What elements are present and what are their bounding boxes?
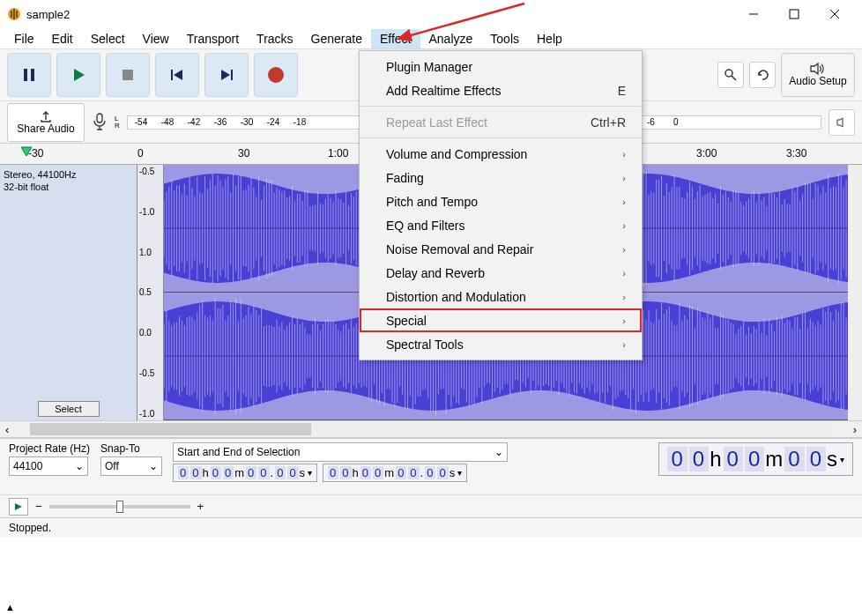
menu-tools[interactable]: Tools (481, 29, 528, 48)
selection-start-time[interactable]: 00h00m00.00s▾ (173, 464, 317, 482)
menu-item-pitch-and-tempo[interactable]: Pitch and Tempo› (360, 189, 642, 213)
effect-menu-dropdown: Plugin ManagerAdd Realtime EffectsERepea… (359, 50, 643, 360)
snap-to-label: Snap-To (100, 442, 162, 455)
lr-label: LR (115, 115, 120, 130)
menu-item-volume-and-compression[interactable]: Volume and Compression› (360, 142, 642, 166)
undo-icon[interactable] (749, 62, 776, 88)
menu-file[interactable]: File (5, 29, 43, 48)
selection-mode-value: Start and End of Selection (177, 446, 300, 458)
selection-end-time[interactable]: 00h00m00.00s▾ (323, 464, 467, 482)
speaker-icon (809, 63, 827, 75)
svg-rect-13 (97, 114, 102, 122)
minimize-button[interactable] (733, 1, 774, 27)
speed-plus-label: + (197, 500, 204, 513)
menu-item-spectral-tools[interactable]: Spectral Tools› (360, 332, 642, 356)
scroll-left-icon[interactable]: ‹ (0, 423, 14, 436)
horizontal-scrollbar[interactable] (30, 423, 831, 435)
chevron-down-icon: ⌄ (149, 460, 158, 472)
menu-item-delay-and-reverb[interactable]: Delay and Reverb› (360, 261, 642, 285)
share-audio-label: Share Audio (17, 122, 74, 135)
vertical-scale: -0.5-1.01.00.50.0-0.5-1.0 (137, 165, 164, 420)
menu-item-eq-and-filters[interactable]: EQ and Filters› (360, 213, 642, 237)
snap-to-value: Off (105, 460, 119, 472)
svg-rect-10 (231, 70, 233, 80)
track-info-line2: 32-bit float (4, 181, 133, 193)
audio-position-time[interactable]: 00h00m00s▾ (658, 442, 853, 476)
menu-tracks[interactable]: Tracks (248, 29, 301, 48)
menu-item-noise-removal-and-repair[interactable]: Noise Removal and Repair› (360, 237, 642, 261)
play-at-speed-button[interactable] (9, 498, 28, 516)
menu-item-plugin-manager[interactable]: Plugin Manager (360, 55, 642, 78)
menu-item-repeat-last-effect: Repeat Last EffectCtrl+R (360, 110, 642, 134)
maximize-button[interactable] (774, 1, 814, 27)
share-icon (39, 110, 53, 122)
chevron-down-icon: ⌄ (494, 446, 503, 458)
project-rate-combo[interactable]: 44100⌄ (9, 456, 88, 476)
mic-icon (92, 112, 108, 133)
close-button[interactable] (814, 1, 855, 27)
svg-point-11 (725, 70, 732, 77)
svg-rect-9 (171, 70, 173, 80)
playback-speed-slider[interactable] (49, 505, 190, 508)
record-button[interactable] (254, 53, 298, 97)
speaker-level-icon[interactable] (829, 109, 855, 136)
collapse-icon[interactable]: ▲ (5, 602, 15, 612)
titlebar: sample2 (0, 0, 862, 28)
status-text: Stopped. (9, 522, 51, 534)
project-rate-value: 44100 (13, 460, 42, 472)
audio-setup-button[interactable]: Audio Setup (781, 53, 855, 97)
menubar: FileEditSelectViewTransportTracksGenerat… (0, 28, 862, 49)
skip-end-button[interactable] (204, 53, 249, 97)
app-icon (7, 7, 21, 21)
statusbar: Stopped. (0, 517, 862, 537)
play-button[interactable] (56, 53, 100, 97)
menu-analyze[interactable]: Analyze (420, 29, 482, 48)
menu-help[interactable]: Help (528, 29, 571, 48)
selection-mode-combo[interactable]: Start and End of Selection⌄ (173, 442, 508, 462)
svg-rect-8 (123, 70, 133, 80)
chevron-down-icon: ⌄ (75, 460, 84, 472)
snap-to-combo[interactable]: Off⌄ (100, 456, 162, 476)
project-rate-label: Project Rate (Hz) (9, 442, 90, 455)
menu-item-distortion-and-modulation[interactable]: Distortion and Modulation› (360, 285, 642, 308)
selection-toolbar: Project Rate (Hz) 44100⌄ Snap-To Off⌄ St… (0, 438, 862, 494)
zoom-tool-icon[interactable] (717, 62, 744, 88)
speed-minus-label: − (35, 500, 42, 513)
menu-item-special[interactable]: Special› (360, 308, 642, 332)
menu-transport[interactable]: Transport (178, 29, 248, 48)
svg-rect-6 (24, 69, 27, 81)
scroll-right-icon[interactable]: › (848, 423, 862, 436)
stop-button[interactable] (106, 53, 150, 97)
svg-line-12 (732, 76, 736, 80)
horizontal-scrollbar-row: ‹ › (0, 420, 862, 438)
svg-rect-2 (790, 10, 799, 19)
menu-effect[interactable]: Effect (371, 29, 420, 48)
svg-rect-7 (31, 69, 34, 81)
audio-setup-label: Audio Setup (789, 75, 846, 87)
track-select-button[interactable]: Select (38, 401, 100, 417)
menu-view[interactable]: View (134, 29, 178, 48)
menu-item-add-realtime-effects[interactable]: Add Realtime EffectsE (360, 78, 642, 102)
vertical-scrollbar[interactable] (848, 165, 862, 420)
skip-start-button[interactable] (155, 53, 199, 97)
menu-select[interactable]: Select (82, 29, 134, 48)
play-at-speed-toolbar: − + (0, 494, 862, 517)
share-audio-button[interactable]: Share Audio (7, 103, 85, 142)
pause-button[interactable] (7, 53, 51, 97)
window-title: sample2 (26, 8, 733, 21)
menu-edit[interactable]: Edit (43, 29, 82, 48)
track-info-line1: Stereo, 44100Hz (4, 168, 133, 181)
menu-generate[interactable]: Generate (302, 29, 371, 48)
track-control-panel[interactable]: Stereo, 44100Hz 32-bit float Select ▲ (0, 165, 137, 420)
menu-item-fading[interactable]: Fading› (360, 166, 642, 189)
